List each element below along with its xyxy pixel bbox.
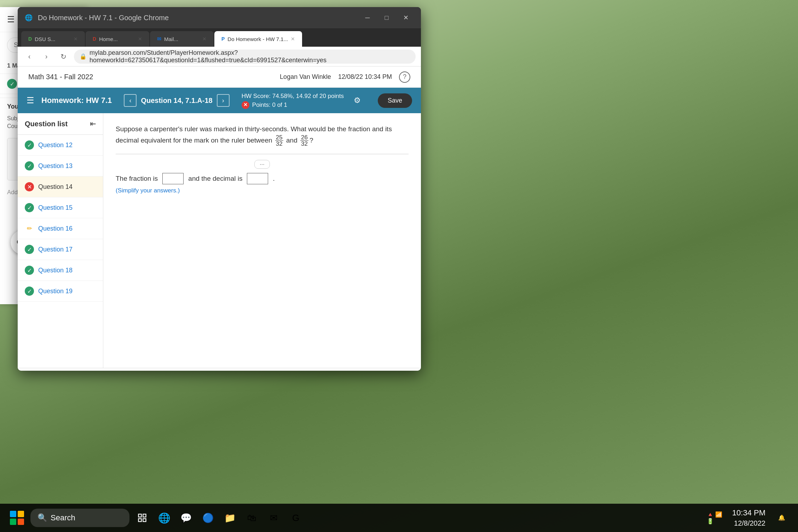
tab-close-mail[interactable]: ✕ [202, 36, 207, 42]
hw-title: Homework: HW 7.1 [41, 96, 112, 105]
hw-header: ☰ Homework: HW 7.1 ‹ Question 14, 7.1.A-… [18, 88, 421, 113]
course-name: Math 341 - Fall 2022 [28, 73, 93, 81]
taskbar-store-icon[interactable]: 🛍 [243, 509, 261, 527]
taskbar-right: 🔺 📶 🔋 10:34 PM 12/8/2022 🔔 [707, 508, 791, 528]
answer-mid: and the decimal is [188, 175, 242, 183]
next-question-button[interactable]: › [217, 94, 230, 107]
question-item-q15[interactable]: ✓ Question 15 [18, 197, 103, 218]
taskbar-mail-icon[interactable]: ✉ [265, 509, 283, 527]
question-list-title: Question list [25, 120, 68, 128]
frac1-numerator: 25 [275, 134, 283, 141]
answer-prefix: The fraction is [116, 175, 158, 183]
main-content: Question list ⇤ ✓ Question 12 ✓ Question… [18, 113, 421, 368]
clock-date: 12/8/2022 [732, 518, 765, 528]
status-icon-q19: ✓ [25, 287, 34, 296]
question-item-q13[interactable]: ✓ Question 13 [18, 156, 103, 177]
question-list-header: Question list ⇤ [18, 113, 103, 135]
expand-handle[interactable]: ··· [116, 161, 409, 168]
tab-favicon-home: D [93, 36, 96, 42]
status-icon-q17: ✓ [25, 245, 34, 254]
expand-icon[interactable]: ··· [254, 160, 270, 169]
close-button[interactable]: ✕ [398, 11, 414, 24]
notification-icon[interactable]: 🔔 [773, 509, 791, 527]
taskbar-chrome-icon[interactable]: 🔵 [199, 509, 217, 527]
browser-tabbar: D DSU S... ✕ D Home... ✕ ✉ Mail... ✕ P D… [18, 28, 421, 47]
window-controls: ─ □ ✕ [359, 11, 414, 24]
lock-icon: 🔒 [80, 53, 87, 60]
question-text: Suppose a carpenter's ruler was marked i… [116, 124, 409, 147]
clock-time: 10:34 PM [732, 508, 765, 519]
tab-mail[interactable]: ✉ Mail... ✕ [150, 31, 214, 47]
help-button[interactable]: ? [399, 71, 410, 83]
minimize-button[interactable]: ─ [359, 11, 376, 24]
tab-label-mail: Mail... [164, 36, 178, 42]
start-button[interactable] [7, 508, 27, 528]
taskbar-clock[interactable]: 10:34 PM 12/8/2022 [732, 508, 765, 528]
question-18-label: Question 18 [38, 267, 73, 274]
task-view-button[interactable] [133, 509, 151, 527]
decimal-answer-input[interactable] [247, 173, 268, 184]
svg-rect-3 [143, 519, 146, 521]
url-text: mylab.pearson.com/Student/PlayerHomework… [89, 49, 410, 64]
system-tray-icons[interactable]: 🔺 📶 🔋 [707, 509, 725, 527]
fraction-answer-input[interactable] [162, 173, 184, 184]
question-19-label: Question 19 [38, 288, 73, 295]
taskbar-edge-icon[interactable]: 🌐 [155, 509, 173, 527]
user-name: Logan Van Winkle [280, 73, 331, 81]
status-icon-q14: ✕ [25, 182, 34, 191]
status-icon-q12: ✓ [25, 140, 34, 150]
tab-label-home: Home... [99, 36, 118, 42]
maximize-button[interactable]: □ [378, 11, 395, 24]
tab-favicon-mail: ✉ [157, 36, 161, 42]
tab-home[interactable]: D Home... ✕ [86, 31, 149, 47]
tab-close-hw[interactable]: ✕ [291, 36, 295, 42]
forward-button[interactable]: › [40, 50, 53, 63]
browser-titlebar: 🌐 Do Homework - HW 7.1 - Google Chrome ─… [18, 7, 421, 28]
tab-dsu[interactable]: D DSU S... ✕ [21, 31, 85, 47]
browser-favicon: 🌐 [25, 14, 33, 22]
taskbar-files-icon[interactable]: 📁 [221, 509, 239, 527]
question-item-q19[interactable]: ✓ Question 19 [18, 281, 103, 302]
taskbar: 🔍 Search 🌐 💬 🔵 📁 🛍 ✉ G 🔺 📶 🔋 10:34 PM 12… [0, 504, 798, 532]
tab-close-home[interactable]: ✕ [138, 36, 142, 42]
refresh-button[interactable]: ↻ [57, 50, 70, 63]
hw-menu-icon[interactable]: ☰ [27, 96, 34, 105]
address-box[interactable]: 🔒 mylab.pearson.com/Student/PlayerHomewo… [74, 50, 416, 64]
back-button[interactable]: ‹ [23, 50, 36, 63]
question-item-q17[interactable]: ✓ Question 17 [18, 239, 103, 260]
question-item-q16[interactable]: ✏ Question 16 [18, 218, 103, 239]
status-icon-q18: ✓ [25, 266, 34, 275]
tab-favicon-hw: P [221, 36, 225, 42]
settings-icon[interactable]: ⚙ [351, 94, 364, 107]
question-item-q18[interactable]: ✓ Question 18 [18, 260, 103, 281]
hw-title-prefix: Homework: [41, 96, 84, 105]
tab-label-hw: Do Homework - HW 7.1... [227, 36, 288, 42]
status-icon-q13: ✓ [25, 161, 34, 170]
browser-addressbar: ‹ › ↻ 🔒 mylab.pearson.com/Student/Player… [18, 47, 421, 66]
question-item-q12[interactable]: ✓ Question 12 [18, 135, 103, 156]
win-q3 [10, 519, 16, 525]
question-13-label: Question 13 [38, 162, 73, 170]
tab-homework[interactable]: P Do Homework - HW 7.1... ✕ [214, 31, 302, 47]
browser-title: Do Homework - HW 7.1 - Google Chrome [38, 14, 354, 22]
question-item-q14[interactable]: ✕ Question 14 [18, 177, 103, 197]
win-q1 [10, 511, 16, 517]
divider [116, 154, 409, 154]
tab-close-dsu[interactable]: ✕ [74, 36, 78, 42]
taskbar-search[interactable]: 🔍 Search [30, 509, 129, 527]
collapse-sidebar-button[interactable]: ⇤ [90, 120, 96, 128]
tab-favicon-dsu: D [28, 36, 32, 42]
status-icon-q15: ✓ [25, 203, 34, 212]
save-button[interactable]: Save [378, 93, 412, 108]
taskbar-google-icon[interactable]: G [287, 509, 305, 527]
taskbar-teams-icon[interactable]: 💬 [177, 509, 195, 527]
answer-suffix: . [273, 175, 274, 183]
question-17-label: Question 17 [38, 246, 73, 253]
bottom-bar: Help me solve this View an example Textb… [18, 368, 421, 371]
fraction-1: 25 32 [275, 134, 283, 147]
prev-question-button[interactable]: ‹ [124, 94, 137, 107]
pearson-app: Math 341 - Fall 2022 Logan Van Winkle 12… [18, 66, 421, 371]
fraction-2: 26 32 [300, 134, 308, 147]
question-content-area: Suppose a carpenter's ruler was marked i… [103, 113, 421, 368]
hamburger-icon[interactable]: ☰ [7, 15, 15, 24]
